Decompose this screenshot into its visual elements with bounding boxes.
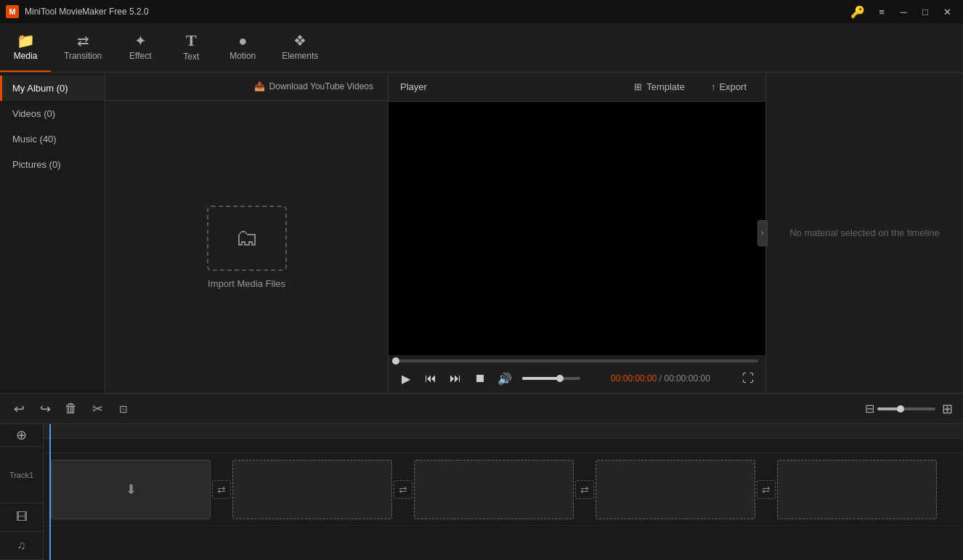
controls-row: ▶ ⏮ ⏭ ⏹ 🔊 00:00:00:00 / 00:00:00:00 ⛶	[396, 368, 758, 389]
elements-icon: ❖	[293, 33, 306, 48]
prev-frame-button[interactable]: ⏮	[420, 368, 441, 389]
main-area: My Album (0) Videos (0) Music (40) Pictu…	[0, 73, 963, 393]
transition-3-arrow: ⇄	[575, 480, 594, 499]
time-total: 00:00:00:00	[665, 373, 710, 384]
left-panel: My Album (0) Videos (0) Music (40) Pictu…	[0, 73, 389, 393]
zoom-out-icon: ⊟	[865, 402, 874, 415]
next-frame-button[interactable]: ⏭	[445, 368, 466, 389]
toolbar-elements-label: Elements	[282, 51, 318, 61]
zoom-knob[interactable]	[897, 405, 904, 413]
transition-2[interactable]: ⇄	[392, 460, 414, 519]
minimize-button[interactable]: ─	[893, 4, 914, 19]
sidebar: My Album (0) Videos (0) Music (40) Pictu…	[0, 73, 105, 393]
progress-knob[interactable]	[392, 357, 399, 365]
player-panel: Player ⊞ Template ↑ Export ▶ ⏮ ⏭ ⏹ 🔊	[389, 73, 766, 393]
music-note-icon: ♫	[17, 539, 26, 552]
clip-3[interactable]	[414, 460, 574, 519]
time-ruler	[44, 424, 963, 439]
crop-button[interactable]: ⊡	[112, 397, 135, 421]
volume-button[interactable]: 🔊	[495, 368, 515, 389]
playhead-line	[49, 424, 51, 560]
add-track-button[interactable]: ⊕	[0, 424, 43, 447]
video-area	[389, 102, 765, 355]
redo-button[interactable]: ↪	[33, 397, 57, 421]
right-properties-panel: › No material selected on the timeline	[766, 73, 963, 393]
tracks-area[interactable]: ⬇ ⇄ ⇄	[44, 424, 963, 560]
volume-slider[interactable]	[522, 377, 580, 380]
player-label: Player	[400, 81, 615, 92]
toolbar-transition[interactable]: ⇄ Transition	[51, 23, 115, 72]
volume-knob[interactable]	[556, 375, 564, 382]
media-toolbar: 📥 Download YouTube Videos	[105, 73, 388, 101]
collapse-panel-button[interactable]: ›	[757, 220, 768, 246]
toolbar-text-label: Text	[183, 52, 199, 62]
clip-5[interactable]	[777, 460, 937, 519]
motion-icon: ●	[238, 33, 247, 48]
cut-button[interactable]: ✂	[86, 397, 109, 421]
player-header: Player ⊞ Template ↑ Export	[389, 73, 765, 102]
clip-2[interactable]	[232, 460, 392, 519]
progress-bar[interactable]	[396, 360, 758, 362]
menu-button[interactable]: ≡	[871, 4, 892, 19]
delete-button[interactable]: 🗑	[60, 397, 83, 421]
undo-button[interactable]: ↩	[7, 397, 31, 421]
download-youtube-button[interactable]: 📥 Download YouTube Videos	[248, 78, 379, 94]
app-title: MiniTool MovieMaker Free 5.2.0	[25, 7, 844, 17]
toolbar: 📁 Media ⇄ Transition ✦ Effect T Text ● M…	[0, 23, 963, 73]
timeline-content: ⊕ Track1 🎞 ♫	[0, 424, 963, 560]
export-icon: ↑	[711, 81, 716, 92]
film-icon: 🎞	[16, 511, 28, 524]
clip-1[interactable]: ⬇	[51, 460, 211, 519]
toolbar-elements[interactable]: ❖ Elements	[269, 23, 331, 72]
restore-button[interactable]: □	[915, 4, 935, 19]
timeline: ↩ ↪ 🗑 ✂ ⊡ ⊟ ⊞ ⊕ Track1 🎞	[0, 393, 963, 560]
toolbar-text[interactable]: T Text	[166, 23, 216, 72]
volume-fill	[522, 377, 560, 380]
zoom-slider[interactable]	[877, 407, 935, 410]
sidebar-item-videos[interactable]: Videos (0)	[0, 101, 105, 126]
toolbar-transition-label: Transition	[64, 51, 102, 61]
clip-4[interactable]	[596, 460, 755, 519]
time-separator: /	[659, 373, 665, 384]
transition-4[interactable]: ⇄	[755, 460, 777, 519]
text-icon: T	[186, 33, 197, 49]
download-icon: 📥	[254, 81, 265, 92]
sidebar-item-music[interactable]: Music (40)	[0, 126, 105, 152]
stop-button[interactable]: ⏹	[470, 368, 490, 389]
add-track-icon: ⊕	[16, 427, 27, 443]
transition-2-arrow: ⇄	[394, 480, 413, 499]
sidebar-item-my-album[interactable]: My Album (0)	[0, 76, 105, 101]
key-icon[interactable]: 🔑	[850, 4, 866, 20]
transition-icon: ⇄	[77, 33, 89, 48]
toolbar-effect[interactable]: ✦ Effect	[115, 23, 166, 72]
sidebar-item-pictures[interactable]: Pictures (0)	[0, 152, 105, 177]
title-buttons: ≡ ─ □ ✕	[871, 4, 957, 19]
video-track-row: ⬇ ⇄ ⇄	[44, 453, 963, 526]
timeline-toolbar: ↩ ↪ 🗑 ✂ ⊡ ⊟ ⊞	[0, 394, 963, 424]
track1-header-row	[44, 439, 963, 453]
toolbar-effect-label: Effect	[129, 51, 151, 61]
transition-4-arrow: ⇄	[757, 480, 776, 499]
toolbar-media[interactable]: 📁 Media	[0, 23, 51, 72]
app-icon: M	[6, 5, 19, 18]
export-button[interactable]: ↑ Export	[704, 78, 754, 95]
toolbar-motion[interactable]: ● Motion	[216, 23, 269, 72]
close-button[interactable]: ✕	[937, 4, 957, 19]
video-track-clips: ⬇ ⇄ ⇄	[44, 453, 963, 525]
template-icon: ⊞	[634, 81, 642, 92]
zoom-in-button[interactable]: ⊞	[938, 400, 956, 418]
time-display: 00:00:00:00 / 00:00:00:00	[588, 373, 734, 384]
transition-1[interactable]: ⇄	[211, 460, 232, 519]
time-current: 00:00:00:00	[611, 373, 657, 384]
play-button[interactable]: ▶	[396, 368, 416, 389]
title-bar: M MiniTool MovieMaker Free 5.2.0 🔑 ≡ ─ □…	[0, 0, 963, 23]
track1-label: Track1	[0, 447, 43, 503]
media-icon: 📁	[17, 33, 35, 48]
import-media-box[interactable]: 🗂	[207, 206, 287, 271]
template-button[interactable]: ⊞ Template	[627, 78, 692, 95]
no-material-text: No material selected on the timeline	[775, 213, 954, 253]
clip-1-icon: ⬇	[126, 482, 137, 498]
toolbar-media-label: Media	[14, 51, 38, 61]
transition-3[interactable]: ⇄	[574, 460, 596, 519]
fullscreen-button[interactable]: ⛶	[738, 368, 758, 389]
